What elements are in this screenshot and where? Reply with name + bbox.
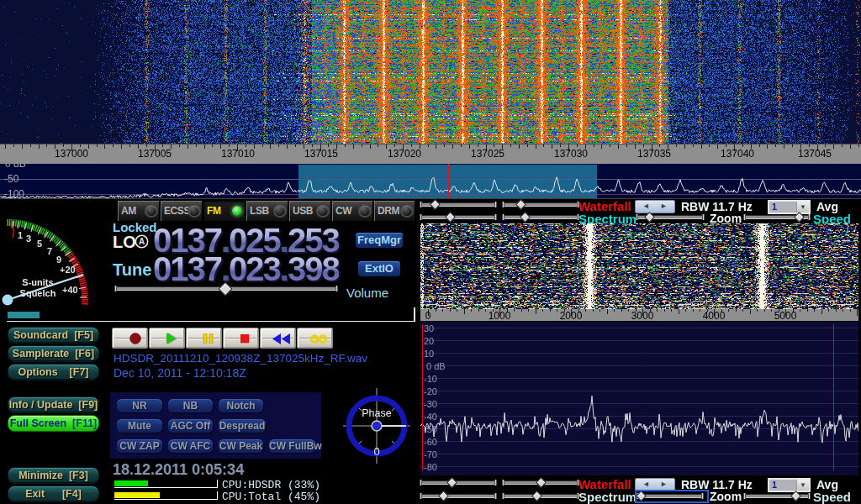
svg-text:Phase: Phase: [362, 407, 391, 419]
svg-text:3: 3: [26, 234, 31, 244]
svg-text:+40: +40: [62, 285, 78, 295]
svg-text:5: 5: [37, 239, 42, 249]
svg-text:0: 0: [373, 445, 379, 458]
svg-text:A: A: [139, 237, 145, 246]
svg-text:7: 7: [47, 246, 52, 256]
svg-text:9: 9: [56, 255, 61, 265]
svg-text:+20: +20: [60, 265, 76, 275]
svg-text:1: 1: [18, 230, 23, 240]
